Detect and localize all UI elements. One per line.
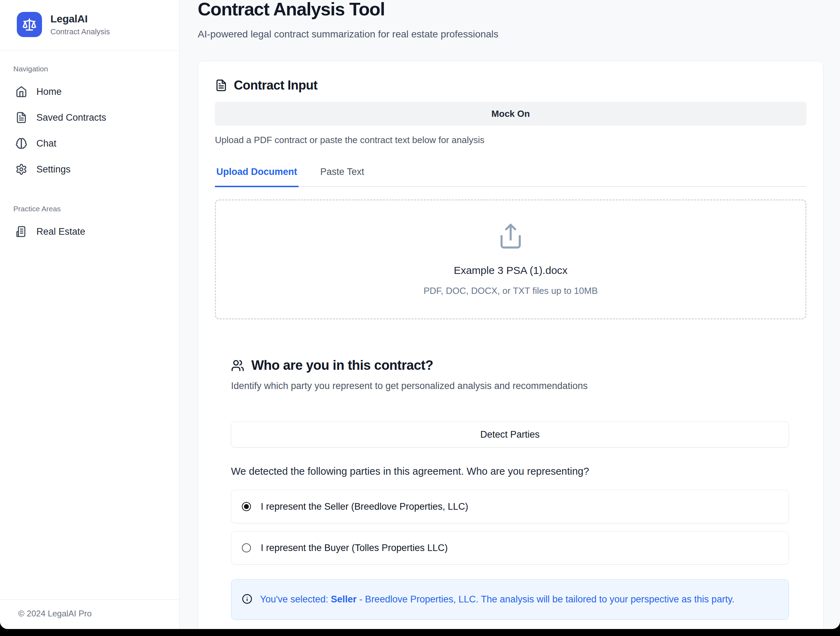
party-heading: Who are you in this contract?	[231, 358, 789, 373]
upload-dropzone[interactable]: Example 3 PSA (1).docx PDF, DOC, DOCX, o…	[215, 199, 807, 320]
upload-icon	[497, 222, 524, 250]
practice-areas-label: Practice Areas	[13, 205, 167, 213]
users-icon	[231, 359, 244, 372]
radio-unselected-icon[interactable]	[242, 543, 251, 553]
brand[interactable]: LegalAI Contract Analysis	[0, 0, 179, 51]
sidebar: LegalAI Contract Analysis Navigation Hom…	[0, 0, 180, 629]
sidebar-item-label: Real Estate	[36, 226, 85, 237]
sidebar-item-chat[interactable]: Chat	[12, 131, 167, 156]
notice-prefix: You've selected:	[260, 594, 331, 605]
info-icon	[242, 593, 253, 604]
contract-input-title: Contract Input	[234, 78, 317, 93]
brand-subtitle: Contract Analysis	[51, 27, 110, 36]
party-section: Who are you in this contract? Identify w…	[215, 358, 807, 620]
gear-icon	[16, 164, 27, 175]
input-tabs: Upload Document Paste Text	[215, 167, 807, 187]
notice-suffix: - Breedlove Properties, LLC. The analysi…	[357, 594, 735, 605]
party-option-buyer[interactable]: I represent the Buyer (Tolles Properties…	[231, 531, 789, 565]
detect-parties-button[interactable]: Detect Parties	[231, 422, 789, 447]
sidebar-item-label: Chat	[36, 138, 56, 149]
contract-input-description: Upload a PDF contract or paste the contr…	[215, 135, 807, 146]
brain-icon	[16, 137, 27, 150]
notice-party: Seller	[331, 594, 357, 605]
contract-input-heading: Contract Input	[215, 78, 807, 93]
home-icon	[16, 86, 27, 98]
copyright-text: © 2024 LegalAI Pro	[0, 599, 179, 629]
file-text-icon	[215, 79, 227, 92]
building-icon	[16, 226, 27, 238]
app-window: LegalAI Contract Analysis Navigation Hom…	[0, 0, 840, 629]
page-title: Contract Analysis Tool	[198, 0, 824, 20]
party-subtitle: Identify which party you represent to ge…	[231, 381, 789, 392]
nav-section-label: Navigation	[13, 65, 167, 73]
brand-name: LegalAI	[51, 13, 110, 25]
sidebar-item-home[interactable]: Home	[12, 79, 167, 105]
selection-notice-text: You've selected: Seller - Breedlove Prop…	[260, 592, 734, 607]
dropzone-filename: Example 3 PSA (1).docx	[453, 264, 567, 276]
radio-selected-icon[interactable]	[242, 502, 251, 511]
selection-notice: You've selected: Seller - Breedlove Prop…	[231, 579, 789, 620]
sidebar-item-label: Home	[36, 87, 62, 97]
sidebar-item-saved-contracts[interactable]: Saved Contracts	[12, 105, 167, 131]
tab-paste-text[interactable]: Paste Text	[319, 167, 366, 186]
sidebar-item-label: Settings	[36, 164, 71, 175]
party-options: I represent the Seller (Breedlove Proper…	[231, 490, 789, 565]
scales-icon	[17, 12, 42, 37]
tab-upload-document[interactable]: Upload Document	[215, 167, 298, 187]
party-option-label: I represent the Seller (Breedlove Proper…	[261, 501, 468, 512]
sidebar-item-settings[interactable]: Settings	[12, 156, 167, 182]
contract-input-card: Contract Input Mock On Upload a PDF cont…	[198, 61, 824, 629]
sidebar-item-real-estate[interactable]: Real Estate	[12, 219, 167, 244]
party-title: Who are you in this contract?	[251, 358, 433, 373]
mock-toggle-button[interactable]: Mock On	[215, 102, 807, 126]
parties-question: We detected the following parties in thi…	[231, 466, 789, 477]
main-content: Contract Analysis Tool AI-powered legal …	[180, 0, 840, 629]
party-option-label: I represent the Buyer (Tolles Properties…	[261, 543, 448, 553]
page-subtitle: AI-powered legal contract summarization …	[198, 29, 824, 40]
party-option-seller[interactable]: I represent the Seller (Breedlove Proper…	[231, 490, 789, 523]
sidebar-item-label: Saved Contracts	[36, 112, 106, 123]
file-text-icon	[16, 112, 27, 123]
dropzone-hint: PDF, DOC, DOCX, or TXT files up to 10MB	[423, 285, 598, 296]
